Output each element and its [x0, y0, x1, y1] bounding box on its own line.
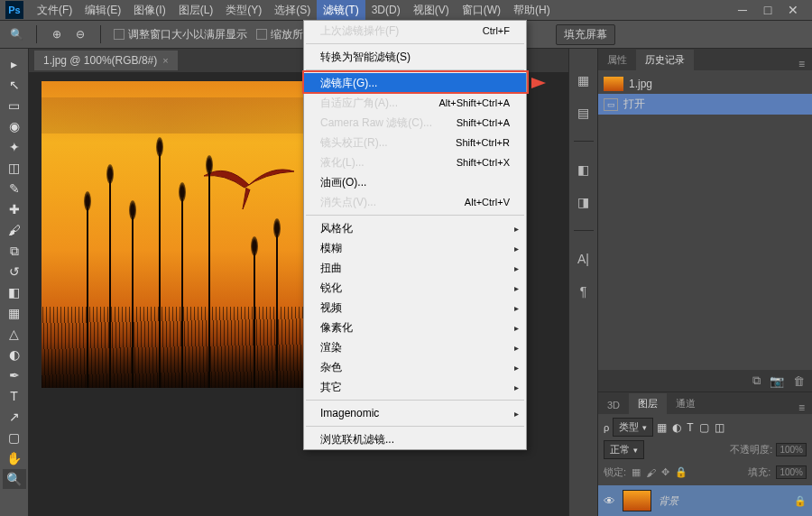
minimize-icon[interactable]: ─ — [736, 4, 749, 16]
menu-file[interactable]: 文件(F) — [31, 0, 78, 21]
expand-icon[interactable]: ▸ — [3, 54, 26, 74]
menu-filter-gallery[interactable]: 滤镜库(G)... — [304, 73, 526, 93]
visibility-icon[interactable]: 👁 — [604, 494, 615, 508]
menu-lens-correction[interactable]: 镜头校正(R)...Shift+Ctrl+R — [304, 133, 526, 152]
menu-other[interactable]: 其它 — [304, 377, 526, 397]
zoom-tool-icon[interactable]: 🔍 — [3, 469, 26, 489]
eyedropper-tool-icon[interactable]: ✎ — [3, 179, 26, 198]
stamp-tool-icon[interactable]: ⧉ — [3, 241, 26, 261]
menu-select[interactable]: 选择(S) — [268, 0, 317, 21]
menu-type[interactable]: 类型(Y) — [219, 0, 268, 21]
hand-tool-icon[interactable]: ✋ — [3, 448, 26, 468]
camera-icon[interactable]: 📷 — [770, 374, 784, 388]
toolbox: ▸ ↖ ▭ ◉ ✦ ◫ ✎ ✚ 🖌 ⧉ ↺ ◧ ▦ △ ◐ ✒ T ↗ ▢ ✋ … — [0, 49, 29, 516]
menu-filter[interactable]: 滤镜(T) — [317, 0, 364, 21]
adjustments-panel-icon[interactable]: ◧ — [576, 161, 592, 178]
menu-adaptive-wide[interactable]: 自适应广角(A)...Alt+Shift+Ctrl+A — [304, 93, 526, 113]
lasso-tool-icon[interactable]: ◉ — [3, 116, 26, 136]
history-file-label: 1.jpg — [629, 78, 652, 90]
blend-mode-select[interactable]: 正常 — [604, 440, 644, 459]
lock-label: 锁定: — [604, 465, 626, 479]
filter-shape-icon[interactable]: ▢ — [699, 421, 709, 434]
lock-pos-icon[interactable]: ✥ — [661, 466, 669, 478]
filter-type-select[interactable]: 类型 — [613, 418, 653, 437]
tab-close-icon[interactable]: × — [162, 55, 168, 66]
char-panel-icon[interactable]: A| — [576, 251, 592, 267]
dodge-tool-icon[interactable]: ◐ — [3, 345, 26, 364]
menu-video[interactable]: 视频 — [304, 298, 526, 318]
eraser-tool-icon[interactable]: ◧ — [3, 282, 26, 302]
background-layer[interactable]: 👁 背景 🔒 — [598, 485, 812, 516]
menu-stylize[interactable]: 风格化 — [304, 218, 526, 238]
menu-window[interactable]: 窗口(W) — [456, 0, 507, 21]
maximize-icon[interactable]: □ — [761, 4, 774, 16]
filter-smart-icon[interactable]: ◫ — [715, 421, 724, 434]
menu-browse-filters[interactable]: 浏览联机滤镜... — [304, 429, 526, 449]
menu-3d[interactable]: 3D(D) — [365, 1, 407, 19]
history-brush-icon[interactable]: ↺ — [3, 262, 26, 281]
type-tool-icon[interactable]: T — [3, 386, 26, 406]
trash-icon[interactable]: 🗑 — [793, 374, 805, 388]
zoom-in-icon[interactable]: ⊕ — [50, 27, 64, 41]
menu-image[interactable]: 图像(I) — [127, 0, 171, 21]
menu-oil-paint[interactable]: 油画(O)... — [304, 172, 526, 192]
marquee-tool-icon[interactable]: ▭ — [3, 96, 26, 115]
layers-menu-icon[interactable]: ≡ — [791, 401, 812, 414]
3d-tab[interactable]: 3D — [598, 396, 629, 414]
menu-noise[interactable]: 杂色 — [304, 357, 526, 377]
opacity-value[interactable]: 100% — [776, 443, 807, 456]
menu-help[interactable]: 帮助(H) — [507, 0, 557, 21]
menu-vanishing-point[interactable]: 消失点(V)...Alt+Ctrl+V — [304, 192, 526, 212]
lock-trans-icon[interactable]: ▦ — [632, 466, 641, 478]
fill-value[interactable]: 100% — [776, 465, 807, 479]
crop-tool-icon[interactable]: ◫ — [3, 158, 26, 178]
menu-blur[interactable]: 模糊 — [304, 238, 526, 258]
menu-view[interactable]: 视图(V) — [407, 0, 456, 21]
styles-panel-icon[interactable]: ◨ — [576, 194, 592, 210]
brush-tool-icon[interactable]: 🖌 — [3, 220, 26, 240]
snapshot-icon[interactable]: ⧉ — [752, 373, 761, 388]
zoom-out-icon[interactable]: ⊖ — [73, 27, 88, 41]
pen-tool-icon[interactable]: ✒ — [3, 365, 26, 385]
lock-image-icon[interactable]: 🖌 — [646, 467, 656, 478]
heal-tool-icon[interactable]: ✚ — [3, 199, 26, 219]
history-snapshot[interactable]: 1.jpg — [598, 74, 812, 94]
menu-edit[interactable]: 编辑(E) — [78, 0, 127, 21]
swatch-panel-icon[interactable]: ▦ — [576, 72, 592, 88]
wand-tool-icon[interactable]: ✦ — [3, 137, 26, 157]
gradient-tool-icon[interactable]: ▦ — [3, 303, 26, 323]
para-panel-icon[interactable]: ¶ — [576, 283, 592, 299]
swatches-panel-icon[interactable]: ▤ — [576, 105, 592, 121]
move-tool-icon[interactable]: ↖ — [3, 75, 26, 95]
panel-menu-icon[interactable]: ≡ — [791, 58, 812, 70]
menu-imagenomic[interactable]: Imagenomic — [304, 403, 526, 423]
resize-window-checkbox[interactable]: 调整窗口大小以满屏显示 — [114, 27, 247, 42]
history-state-open[interactable]: ▭打开 — [598, 94, 812, 115]
properties-tab[interactable]: 属性 — [598, 50, 636, 70]
menu-liquify[interactable]: 液化(L)...Shift+Ctrl+X — [304, 152, 526, 172]
close-icon[interactable]: ✕ — [787, 4, 799, 16]
path-tool-icon[interactable]: ↗ — [3, 407, 26, 427]
menu-distort[interactable]: 扭曲 — [304, 258, 526, 278]
menu-render[interactable]: 渲染 — [304, 337, 526, 357]
layers-tab[interactable]: 图层 — [629, 393, 667, 414]
filter-pixel-icon[interactable]: ▦ — [657, 421, 667, 434]
zoom-tool-preset-icon[interactable]: 🔍 — [9, 27, 23, 41]
menu-pixelate[interactable]: 像素化 — [304, 318, 526, 337]
blur-tool-icon[interactable]: △ — [3, 324, 26, 344]
menu-convert-smart[interactable]: 转换为智能滤镜(S) — [304, 47, 526, 67]
menu-last-filter[interactable]: 上次滤镜操作(F)Ctrl+F — [304, 21, 526, 41]
resize-window-label: 调整窗口大小以满屏显示 — [128, 28, 247, 41]
menu-layer[interactable]: 图层(L) — [172, 0, 220, 21]
lock-all-icon[interactable]: 🔒 — [675, 466, 687, 478]
history-tab[interactable]: 历史记录 — [636, 50, 694, 70]
filter-adjust-icon[interactable]: ◐ — [672, 421, 681, 434]
channels-tab[interactable]: 通道 — [667, 393, 705, 414]
filter-type-icon[interactable]: T — [687, 421, 693, 434]
menu-camera-raw[interactable]: Camera Raw 滤镜(C)...Shift+Ctrl+A — [304, 113, 526, 133]
filter-menu-dropdown: 上次滤镜操作(F)Ctrl+F 转换为智能滤镜(S) 滤镜库(G)... 自适应… — [303, 20, 527, 450]
document-tab[interactable]: 1.jpg @ 100%(RGB/8#) × — [34, 51, 178, 70]
shape-tool-icon[interactable]: ▢ — [3, 428, 26, 447]
menu-sharpen[interactable]: 锐化 — [304, 278, 526, 298]
fill-screen-button[interactable]: 填充屏幕 — [556, 24, 615, 45]
